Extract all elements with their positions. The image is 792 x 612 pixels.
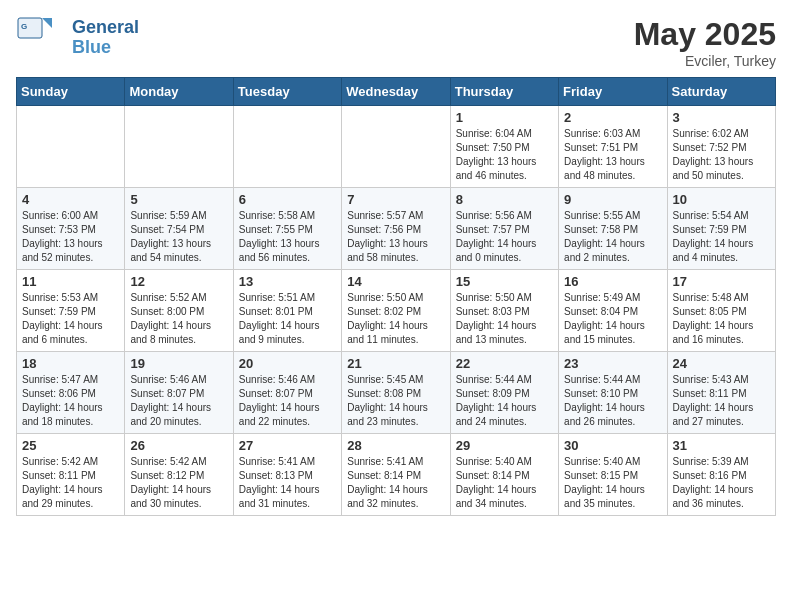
day-number: 22 <box>456 356 553 371</box>
day-info: Sunrise: 5:46 AM Sunset: 8:07 PM Dayligh… <box>239 373 336 429</box>
calendar-cell: 16Sunrise: 5:49 AM Sunset: 8:04 PM Dayli… <box>559 270 667 352</box>
calendar-cell: 24Sunrise: 5:43 AM Sunset: 8:11 PM Dayli… <box>667 352 775 434</box>
calendar-cell: 3Sunrise: 6:02 AM Sunset: 7:52 PM Daylig… <box>667 106 775 188</box>
day-number: 14 <box>347 274 444 289</box>
calendar-cell: 12Sunrise: 5:52 AM Sunset: 8:00 PM Dayli… <box>125 270 233 352</box>
day-info: Sunrise: 5:56 AM Sunset: 7:57 PM Dayligh… <box>456 209 553 265</box>
calendar-week-1: 1Sunrise: 6:04 AM Sunset: 7:50 PM Daylig… <box>17 106 776 188</box>
day-info: Sunrise: 6:03 AM Sunset: 7:51 PM Dayligh… <box>564 127 661 183</box>
day-number: 25 <box>22 438 119 453</box>
day-number: 28 <box>347 438 444 453</box>
calendar-week-2: 4Sunrise: 6:00 AM Sunset: 7:53 PM Daylig… <box>17 188 776 270</box>
day-number: 24 <box>673 356 770 371</box>
calendar-cell: 13Sunrise: 5:51 AM Sunset: 8:01 PM Dayli… <box>233 270 341 352</box>
day-number: 23 <box>564 356 661 371</box>
weekday-header-friday: Friday <box>559 78 667 106</box>
weekday-header-saturday: Saturday <box>667 78 775 106</box>
day-info: Sunrise: 5:41 AM Sunset: 8:13 PM Dayligh… <box>239 455 336 511</box>
calendar-cell: 11Sunrise: 5:53 AM Sunset: 7:59 PM Dayli… <box>17 270 125 352</box>
day-info: Sunrise: 5:39 AM Sunset: 8:16 PM Dayligh… <box>673 455 770 511</box>
day-number: 4 <box>22 192 119 207</box>
day-info: Sunrise: 5:44 AM Sunset: 8:10 PM Dayligh… <box>564 373 661 429</box>
day-number: 11 <box>22 274 119 289</box>
weekday-header-monday: Monday <box>125 78 233 106</box>
day-number: 3 <box>673 110 770 125</box>
calendar-cell <box>233 106 341 188</box>
weekday-header-sunday: Sunday <box>17 78 125 106</box>
calendar-cell <box>342 106 450 188</box>
day-info: Sunrise: 5:55 AM Sunset: 7:58 PM Dayligh… <box>564 209 661 265</box>
day-info: Sunrise: 5:52 AM Sunset: 8:00 PM Dayligh… <box>130 291 227 347</box>
day-number: 27 <box>239 438 336 453</box>
day-info: Sunrise: 5:40 AM Sunset: 8:14 PM Dayligh… <box>456 455 553 511</box>
day-number: 10 <box>673 192 770 207</box>
calendar-week-5: 25Sunrise: 5:42 AM Sunset: 8:11 PM Dayli… <box>17 434 776 516</box>
day-info: Sunrise: 5:40 AM Sunset: 8:15 PM Dayligh… <box>564 455 661 511</box>
calendar-cell: 22Sunrise: 5:44 AM Sunset: 8:09 PM Dayli… <box>450 352 558 434</box>
calendar-cell: 9Sunrise: 5:55 AM Sunset: 7:58 PM Daylig… <box>559 188 667 270</box>
day-number: 6 <box>239 192 336 207</box>
calendar-cell: 20Sunrise: 5:46 AM Sunset: 8:07 PM Dayli… <box>233 352 341 434</box>
svg-text:G: G <box>21 22 27 31</box>
calendar-header-row: SundayMondayTuesdayWednesdayThursdayFrid… <box>17 78 776 106</box>
day-info: Sunrise: 5:42 AM Sunset: 8:12 PM Dayligh… <box>130 455 227 511</box>
logo-text: General Blue <box>72 18 139 58</box>
weekday-header-thursday: Thursday <box>450 78 558 106</box>
day-number: 12 <box>130 274 227 289</box>
calendar-table: SundayMondayTuesdayWednesdayThursdayFrid… <box>16 77 776 516</box>
month-title: May 2025 <box>634 16 776 53</box>
calendar-cell: 6Sunrise: 5:58 AM Sunset: 7:55 PM Daylig… <box>233 188 341 270</box>
calendar-week-3: 11Sunrise: 5:53 AM Sunset: 7:59 PM Dayli… <box>17 270 776 352</box>
day-info: Sunrise: 5:42 AM Sunset: 8:11 PM Dayligh… <box>22 455 119 511</box>
calendar-cell: 18Sunrise: 5:47 AM Sunset: 8:06 PM Dayli… <box>17 352 125 434</box>
day-info: Sunrise: 5:50 AM Sunset: 8:02 PM Dayligh… <box>347 291 444 347</box>
day-number: 9 <box>564 192 661 207</box>
day-number: 18 <box>22 356 119 371</box>
day-info: Sunrise: 5:57 AM Sunset: 7:56 PM Dayligh… <box>347 209 444 265</box>
day-number: 1 <box>456 110 553 125</box>
calendar-cell: 28Sunrise: 5:41 AM Sunset: 8:14 PM Dayli… <box>342 434 450 516</box>
day-number: 16 <box>564 274 661 289</box>
calendar-cell: 27Sunrise: 5:41 AM Sunset: 8:13 PM Dayli… <box>233 434 341 516</box>
calendar-cell: 31Sunrise: 5:39 AM Sunset: 8:16 PM Dayli… <box>667 434 775 516</box>
calendar-cell <box>125 106 233 188</box>
day-number: 31 <box>673 438 770 453</box>
location-subtitle: Evciler, Turkey <box>634 53 776 69</box>
day-number: 7 <box>347 192 444 207</box>
calendar-week-4: 18Sunrise: 5:47 AM Sunset: 8:06 PM Dayli… <box>17 352 776 434</box>
logo: G General Blue <box>16 16 139 60</box>
calendar-cell: 19Sunrise: 5:46 AM Sunset: 8:07 PM Dayli… <box>125 352 233 434</box>
day-number: 13 <box>239 274 336 289</box>
day-number: 30 <box>564 438 661 453</box>
calendar-cell: 1Sunrise: 6:04 AM Sunset: 7:50 PM Daylig… <box>450 106 558 188</box>
calendar-cell: 5Sunrise: 5:59 AM Sunset: 7:54 PM Daylig… <box>125 188 233 270</box>
calendar-cell: 8Sunrise: 5:56 AM Sunset: 7:57 PM Daylig… <box>450 188 558 270</box>
day-info: Sunrise: 5:59 AM Sunset: 7:54 PM Dayligh… <box>130 209 227 265</box>
day-info: Sunrise: 6:00 AM Sunset: 7:53 PM Dayligh… <box>22 209 119 265</box>
day-info: Sunrise: 6:04 AM Sunset: 7:50 PM Dayligh… <box>456 127 553 183</box>
calendar-cell: 26Sunrise: 5:42 AM Sunset: 8:12 PM Dayli… <box>125 434 233 516</box>
day-number: 5 <box>130 192 227 207</box>
title-block: May 2025 Evciler, Turkey <box>634 16 776 69</box>
day-info: Sunrise: 5:50 AM Sunset: 8:03 PM Dayligh… <box>456 291 553 347</box>
day-number: 29 <box>456 438 553 453</box>
svg-marker-2 <box>42 18 52 28</box>
day-info: Sunrise: 5:58 AM Sunset: 7:55 PM Dayligh… <box>239 209 336 265</box>
day-info: Sunrise: 5:43 AM Sunset: 8:11 PM Dayligh… <box>673 373 770 429</box>
logo-svg: G <box>16 16 66 60</box>
day-info: Sunrise: 6:02 AM Sunset: 7:52 PM Dayligh… <box>673 127 770 183</box>
day-info: Sunrise: 5:48 AM Sunset: 8:05 PM Dayligh… <box>673 291 770 347</box>
day-info: Sunrise: 5:41 AM Sunset: 8:14 PM Dayligh… <box>347 455 444 511</box>
day-info: Sunrise: 5:51 AM Sunset: 8:01 PM Dayligh… <box>239 291 336 347</box>
calendar-cell: 17Sunrise: 5:48 AM Sunset: 8:05 PM Dayli… <box>667 270 775 352</box>
day-info: Sunrise: 5:44 AM Sunset: 8:09 PM Dayligh… <box>456 373 553 429</box>
day-number: 17 <box>673 274 770 289</box>
day-info: Sunrise: 5:53 AM Sunset: 7:59 PM Dayligh… <box>22 291 119 347</box>
calendar-cell: 23Sunrise: 5:44 AM Sunset: 8:10 PM Dayli… <box>559 352 667 434</box>
day-number: 19 <box>130 356 227 371</box>
calendar-cell: 2Sunrise: 6:03 AM Sunset: 7:51 PM Daylig… <box>559 106 667 188</box>
day-info: Sunrise: 5:54 AM Sunset: 7:59 PM Dayligh… <box>673 209 770 265</box>
day-info: Sunrise: 5:46 AM Sunset: 8:07 PM Dayligh… <box>130 373 227 429</box>
calendar-cell: 29Sunrise: 5:40 AM Sunset: 8:14 PM Dayli… <box>450 434 558 516</box>
calendar-cell: 4Sunrise: 6:00 AM Sunset: 7:53 PM Daylig… <box>17 188 125 270</box>
